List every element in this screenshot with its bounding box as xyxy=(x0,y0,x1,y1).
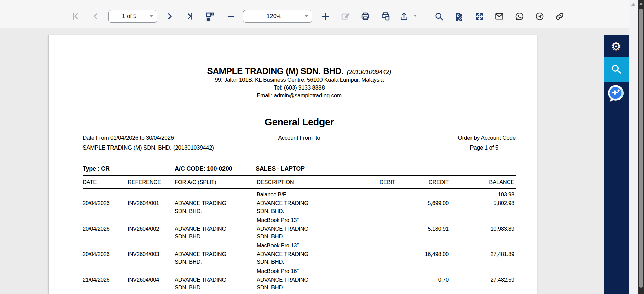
right-sidebar: ⚙ xyxy=(604,35,629,294)
toolbar-separator xyxy=(489,7,489,21)
sidebar-ai-assistant-button[interactable] xyxy=(604,82,629,107)
company-registration-number: (201301039442) xyxy=(345,69,391,75)
first-page-icon xyxy=(71,12,80,21)
report-order-by: Order by Account Code xyxy=(320,133,516,143)
chevron-down-icon xyxy=(305,15,308,17)
cell-split: ADVANCE TRADING SDN. BHD. xyxy=(175,276,257,291)
cell-credit: 5,699.00 xyxy=(395,199,449,207)
account-section-header: Type : CR A/C CODE: 100-0200 SALES - LAP… xyxy=(83,165,516,172)
page-number-value: 1 of 5 xyxy=(109,13,150,20)
cell-date: 20/04/2026 xyxy=(83,250,128,258)
column-header-split: FOR A/C (SPLIT) xyxy=(175,179,257,185)
print-current-page-button[interactable] xyxy=(379,10,392,23)
cell-reference: INV2604/004 xyxy=(128,276,175,284)
search-button[interactable] xyxy=(433,10,445,23)
chevron-down-icon xyxy=(150,15,153,17)
report-title: General Ledger xyxy=(83,117,516,128)
telegram-share-button[interactable] xyxy=(533,10,546,23)
cell-description: ADVANCE TRADING SDN. BHD.MacBook Pro 13″ xyxy=(257,199,339,224)
minus-icon xyxy=(227,12,235,21)
scroll-up-arrow[interactable] xyxy=(631,3,636,6)
ai-chat-sparkle-icon xyxy=(606,84,626,105)
printer-page-icon xyxy=(381,12,390,21)
upload-icon xyxy=(399,12,409,21)
table-row: 20/04/2026INV2604/002ADVANCE TRADING SDN… xyxy=(83,225,516,249)
telegram-icon xyxy=(535,12,544,21)
cell-split: ADVANCE TRADING SDN. BHD. xyxy=(175,250,257,266)
window-scrollbar[interactable] xyxy=(638,0,644,294)
whatsapp-share-button[interactable] xyxy=(513,10,526,23)
cell-credit: 16,498.00 xyxy=(395,250,449,258)
column-header-description: DESCRIPTION xyxy=(257,179,339,185)
report-company-line: SAMPLE TRADING (M) SDN. BHD. (2013010394… xyxy=(83,143,278,153)
sidebar-settings-button[interactable]: ⚙ xyxy=(604,35,629,57)
fullscreen-button[interactable] xyxy=(473,10,486,23)
account-type: Type : CR xyxy=(83,165,175,172)
cell-split: ADVANCE TRADING SDN. BHD. xyxy=(175,199,257,215)
last-page-button[interactable] xyxy=(183,10,196,23)
report-page-info: Page 1 of 5 xyxy=(320,143,516,153)
cell-description: Balance B/F xyxy=(257,191,339,198)
table-header-rule xyxy=(83,188,516,189)
last-page-icon xyxy=(185,12,194,21)
page-number-select[interactable]: 1 of 5 xyxy=(108,10,157,23)
column-header-balance: BALANCE xyxy=(449,179,514,185)
export-menu-caret[interactable] xyxy=(414,15,417,17)
mail-icon xyxy=(495,12,504,21)
column-header-date: DATE xyxy=(83,179,128,185)
chevron-right-icon xyxy=(165,12,174,21)
link-icon xyxy=(555,12,564,21)
annotate-button[interactable] xyxy=(339,10,352,23)
email-share-button[interactable] xyxy=(493,10,506,23)
toolbar-separator xyxy=(335,7,335,21)
scrollbar-thumb[interactable] xyxy=(639,9,643,288)
cell-item: MacBook Pro 13″ xyxy=(257,242,339,249)
export-button[interactable] xyxy=(398,10,410,23)
zoom-in-button[interactable] xyxy=(319,10,332,23)
plus-icon xyxy=(321,12,330,21)
column-header-credit: CREDIT xyxy=(395,179,449,185)
fullscreen-icon xyxy=(475,12,484,21)
cell-date: 20/04/2026 xyxy=(83,225,128,233)
cell-balance: 10,983.89 xyxy=(449,225,514,233)
company-tel: Tel: (603) 9133 8888 xyxy=(83,84,516,92)
previous-page-button[interactable] xyxy=(89,10,102,23)
cell-balance: 27,482.59 xyxy=(449,276,514,284)
gear-icon: ⚙ xyxy=(611,40,621,53)
cell-item: MacBook Pro 16″ xyxy=(257,267,339,275)
edit-pencil-icon xyxy=(341,12,350,21)
cell-credit: 0.70 xyxy=(395,276,449,284)
cell-date: 20/04/2026 xyxy=(83,199,128,207)
chevron-left-icon xyxy=(91,12,100,21)
first-page-button[interactable] xyxy=(69,10,82,23)
sidebar-search-button[interactable] xyxy=(604,57,629,82)
zoom-out-button[interactable] xyxy=(225,10,237,23)
cell-reference: INV2604/002 xyxy=(128,225,175,233)
column-header-reference: REFERENCE xyxy=(128,179,175,185)
ledger-table-header: DATEREFERENCEFOR A/C (SPLIT)DESCRIPTIOND… xyxy=(83,176,516,188)
cell-description: ADVANCE TRADING SDN. BHD. xyxy=(257,276,339,291)
scroll-up-arrow[interactable] xyxy=(639,2,643,5)
cell-balance: 27,481.89 xyxy=(449,250,514,258)
layout-grid-icon xyxy=(205,12,215,21)
cell-reference: INV2604/001 xyxy=(128,199,175,207)
zoom-level-select[interactable]: 120% xyxy=(243,10,312,23)
company-email: Email: admin@sampletrading.com xyxy=(83,92,516,99)
toolbar-separator xyxy=(220,7,220,21)
next-page-button[interactable] xyxy=(163,10,176,23)
page-layout-button[interactable] xyxy=(204,10,216,23)
toolbar-separator xyxy=(201,7,201,21)
account-name: SALES - LAPTOP xyxy=(256,165,516,172)
toolbar-separator xyxy=(355,7,355,21)
report-account-range: Account From to xyxy=(278,133,320,153)
document-sign-button[interactable] xyxy=(453,10,465,23)
document-scrollbar[interactable] xyxy=(629,0,638,294)
copy-link-button[interactable] xyxy=(553,10,566,23)
column-header-debit: DEBIT xyxy=(339,179,395,185)
cell-description: ADVANCE TRADING SDN. BHD.MacBook Pro 13″ xyxy=(257,225,339,249)
search-icon xyxy=(610,63,622,76)
print-button[interactable] xyxy=(359,10,372,23)
report-page: SAMPLE TRADING (M) SDN. BHD. (2013010394… xyxy=(48,35,537,294)
cell-credit: 5,180.91 xyxy=(395,225,449,233)
zoom-level-value: 120% xyxy=(243,13,305,20)
